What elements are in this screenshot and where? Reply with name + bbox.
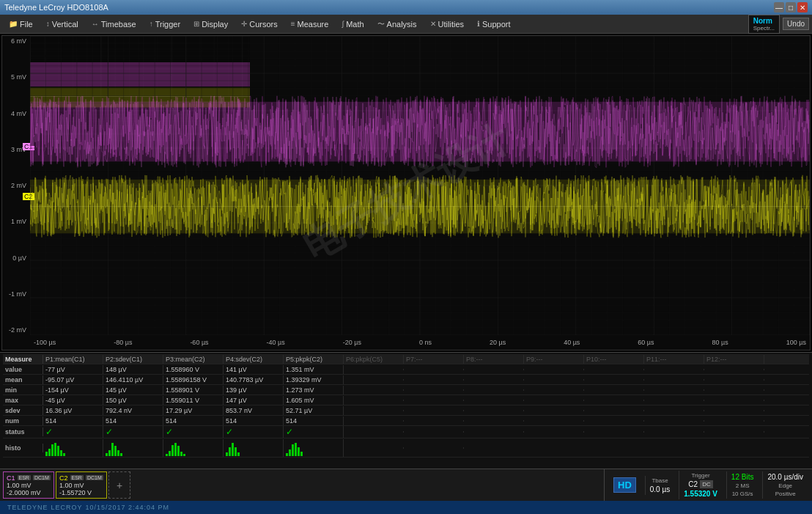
histo-bar [226, 452, 228, 456]
p2-value: 148 µV [103, 365, 163, 374]
measure-header-row: Measure P1:mean(C1) P2:sdev(C1) P3:mean(… [3, 354, 809, 364]
label-max: max [3, 396, 43, 405]
histo-bar [298, 447, 300, 456]
menu-file[interactable]: 📁 File [3, 18, 39, 31]
p12-min [704, 389, 764, 391]
p4-mean: 140.7783 µV [224, 375, 284, 384]
p5-header: P5:pkpk(C2) [284, 355, 344, 364]
timebase-icon: ↔ [92, 20, 99, 28]
p6-sdev [344, 410, 404, 411]
p9-header: P9:--- [524, 355, 584, 364]
x-label-neg20: -20 µs [343, 339, 361, 346]
x-label-100: 100 µs [786, 339, 806, 346]
p2-max: 150 µV [103, 396, 163, 405]
cursors-icon: ✛ [241, 20, 247, 28]
label-mean: mean [3, 375, 43, 384]
menu-cursors[interactable]: ✛ Cursors [235, 18, 284, 31]
c2-esr-badge: ESR [70, 475, 84, 480]
p7-header: P7:--- [404, 355, 464, 364]
maximize-button[interactable]: □ [786, 2, 796, 12]
rate-value: 10 GS/s [732, 491, 753, 497]
app-title: Teledyne LeCroy HDO8108A [4, 3, 108, 12]
p6-num [344, 420, 404, 422]
close-button[interactable]: ✕ [797, 2, 808, 12]
histo-bar [117, 450, 119, 456]
menu-math[interactable]: ∫ Math [336, 18, 369, 31]
p10-value [584, 369, 644, 370]
p1-mean: -95.07 µV [43, 375, 103, 384]
c2-channel-box[interactable]: C2 ESR DC1M 1.00 mV -1.55720 V [56, 471, 107, 499]
p4-histogram [226, 440, 281, 456]
menu-utilities[interactable]: ✕ Utilities [424, 18, 470, 31]
minimize-button[interactable]: — [774, 2, 784, 12]
histo-bar [111, 443, 114, 456]
c1-value1: 1.00 mV [7, 482, 51, 489]
p9-mean [524, 379, 584, 381]
p8-status [464, 431, 524, 433]
c2-value1: 1.00 mV [59, 482, 103, 489]
menu-measure[interactable]: ≡ Measure [285, 18, 335, 31]
p3-status: ✓ [163, 426, 224, 438]
undo-button[interactable]: Undo [783, 18, 809, 30]
p4-max: 147 µV [224, 396, 284, 405]
hd-badge: HD [613, 477, 636, 493]
histo-bar [45, 452, 48, 456]
p7-mean [404, 379, 464, 381]
waveform-display: 电子技术设计 6 mV 5 mV 4 mV 3 mV 2 mV 1 mV 0 µ… [1, 35, 811, 350]
histo-bar [57, 446, 59, 456]
p4-value: 141 µV [224, 365, 284, 374]
p5-mean: 1.39329 mV [284, 375, 344, 384]
p7-sdev [404, 410, 464, 411]
support-icon: ℹ [477, 20, 480, 28]
p8-min [464, 389, 524, 391]
p8-num [464, 420, 524, 422]
p6-header: P6:pkpk(C5) [344, 355, 404, 364]
math-icon: ∫ [342, 20, 344, 28]
p6-histo [344, 447, 404, 449]
p2-histogram [106, 440, 160, 456]
p8-max [464, 400, 524, 401]
window-controls: — □ ✕ [774, 2, 808, 12]
menu-timebase[interactable]: ↔ Timebase [86, 18, 142, 31]
menu-support[interactable]: ℹ Support [471, 18, 517, 31]
p6-mean [344, 379, 404, 381]
y-label-neg2mv: -2 mV [4, 326, 29, 334]
menu-display[interactable]: ⊞ Display [188, 18, 234, 31]
add-channel-button[interactable]: + [108, 471, 130, 499]
histo-bar [174, 443, 177, 456]
menu-vertical[interactable]: ↕ Vertical [40, 18, 84, 31]
histo-bar [237, 452, 240, 456]
file-icon: 📁 [9, 20, 18, 28]
p7-value [404, 369, 464, 370]
p11-num [644, 420, 704, 422]
trigger-group: Trigger C2 DC 1.55320 V [679, 471, 722, 499]
label-sdev: sdev [3, 406, 43, 415]
histo-bar [183, 454, 185, 456]
histo-bar [166, 454, 168, 456]
p11-header: P11:--- [644, 355, 704, 364]
c1-channel-box[interactable]: C1 ESR DC1M 1.00 mV -2.0000 mV [3, 471, 54, 499]
menu-analysis[interactable]: 〜 Analysis [372, 17, 423, 32]
c1-value2: -2.0000 mV [7, 489, 51, 496]
tbase-group: Tbase 0.0 µs [645, 476, 674, 495]
p7-status [404, 431, 464, 433]
p12-value [704, 369, 764, 370]
p1-max: -45 µV [43, 396, 103, 405]
bits-group: 12 Bits 2 MS 10 GS/s [726, 471, 759, 499]
display-icon: ⊞ [193, 20, 199, 28]
trigger-dc-badge: DC [700, 480, 713, 488]
c1-esr-badge: ESR [18, 475, 31, 480]
label-status: status [3, 427, 43, 436]
p10-status [584, 431, 644, 433]
p2-mean: 146.4110 µV [103, 375, 163, 384]
p9-sdev [524, 410, 584, 411]
tbase-value: 0.0 µs [650, 485, 670, 493]
x-label-40: 40 µs [564, 339, 580, 346]
p1-min: -154 µV [43, 386, 103, 394]
p5-max: 1.605 mV [284, 396, 344, 405]
menu-trigger[interactable]: ↑ Trigger [144, 18, 186, 31]
y-label-0: 0 µV [4, 254, 29, 262]
y-label-4mv: 4 mV [4, 110, 29, 117]
measure-mean-row: mean -95.07 µV 146.4110 µV 1.55896158 V … [3, 375, 809, 385]
p11-status [644, 431, 704, 433]
